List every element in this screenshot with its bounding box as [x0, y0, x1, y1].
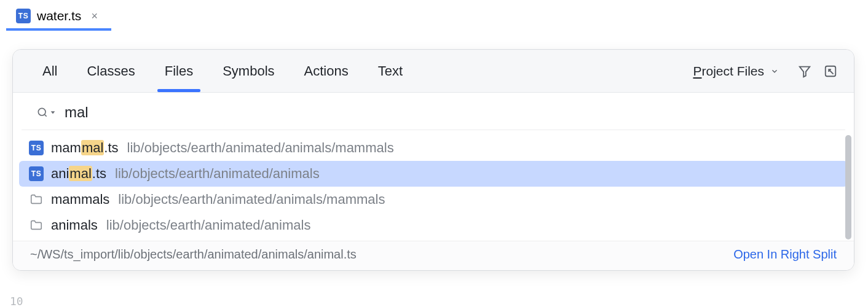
- typescript-icon: TS: [29, 141, 44, 155]
- open-in-window-icon[interactable]: [822, 63, 839, 80]
- result-path: lib/objects/earth/animated/animals: [115, 166, 320, 182]
- result-name: animal.ts: [51, 166, 106, 182]
- result-path: lib/objects/earth/animated/animals/mamma…: [127, 140, 394, 156]
- editor-tab-water[interactable]: TS water.ts ×: [6, 2, 111, 30]
- results-list: TSmammal.tslib/objects/earth/animated/an…: [13, 130, 854, 241]
- result-row[interactable]: mammalslib/objects/earth/animated/animal…: [13, 187, 854, 212]
- result-name: animals: [51, 217, 98, 233]
- result-row[interactable]: animalslib/objects/earth/animated/animal…: [13, 212, 854, 238]
- search-row: [22, 93, 845, 130]
- result-row[interactable]: TSmammal.tslib/objects/earth/animated/an…: [13, 135, 854, 161]
- svg-marker-5: [51, 111, 55, 114]
- popup-tab-all[interactable]: All: [28, 50, 72, 92]
- popup-tab-files[interactable]: Files: [150, 50, 208, 92]
- popup-tab-classes[interactable]: Classes: [72, 50, 149, 92]
- filter-icon[interactable]: [796, 63, 813, 80]
- popup-tab-symbols[interactable]: Symbols: [208, 50, 289, 92]
- result-name: mammal.ts: [51, 140, 119, 156]
- scrollbar-thumb[interactable]: [845, 135, 851, 239]
- svg-line-2: [829, 69, 833, 74]
- search-icon: [36, 106, 49, 119]
- caret-down-icon[interactable]: [50, 109, 56, 115]
- editor-tabs: TS water.ts ×: [0, 0, 868, 32]
- editor-tab-filename: water.ts: [37, 9, 81, 23]
- result-row[interactable]: TSanimal.tslib/objects/earth/animated/an…: [19, 161, 848, 187]
- result-path: lib/objects/earth/animated/animals/mamma…: [118, 192, 385, 208]
- svg-marker-0: [800, 66, 810, 77]
- scope-dropdown[interactable]: Project Files: [693, 64, 787, 79]
- popup-tab-actions[interactable]: Actions: [290, 50, 363, 92]
- popup-tab-text[interactable]: Text: [363, 50, 417, 92]
- folder-icon: [29, 218, 44, 233]
- folder-icon: [29, 192, 44, 207]
- search-input[interactable]: [65, 104, 831, 121]
- chevron-down-icon: [770, 67, 779, 76]
- active-tab-underline: [6, 28, 111, 31]
- footer-path: ~/WS/ts_import/lib/objects/earth/animate…: [30, 247, 357, 262]
- search-everywhere-popup: AllClassesFilesSymbolsActionsText Projec…: [12, 49, 854, 271]
- gutter-line-number: 10: [10, 295, 23, 307]
- scope-label: Project Files: [693, 64, 764, 79]
- svg-line-4: [45, 115, 47, 117]
- typescript-icon: TS: [29, 166, 44, 181]
- close-icon[interactable]: ×: [87, 9, 101, 24]
- typescript-icon: TS: [16, 9, 31, 23]
- result-name: mammals: [51, 192, 109, 208]
- result-path: lib/objects/earth/animated/animals: [106, 217, 311, 233]
- popup-tabs: AllClassesFilesSymbolsActionsText Projec…: [13, 50, 854, 93]
- popup-footer: ~/WS/ts_import/lib/objects/earth/animate…: [13, 241, 854, 270]
- svg-point-3: [38, 108, 45, 115]
- open-in-right-split-link[interactable]: Open In Right Split: [733, 247, 837, 262]
